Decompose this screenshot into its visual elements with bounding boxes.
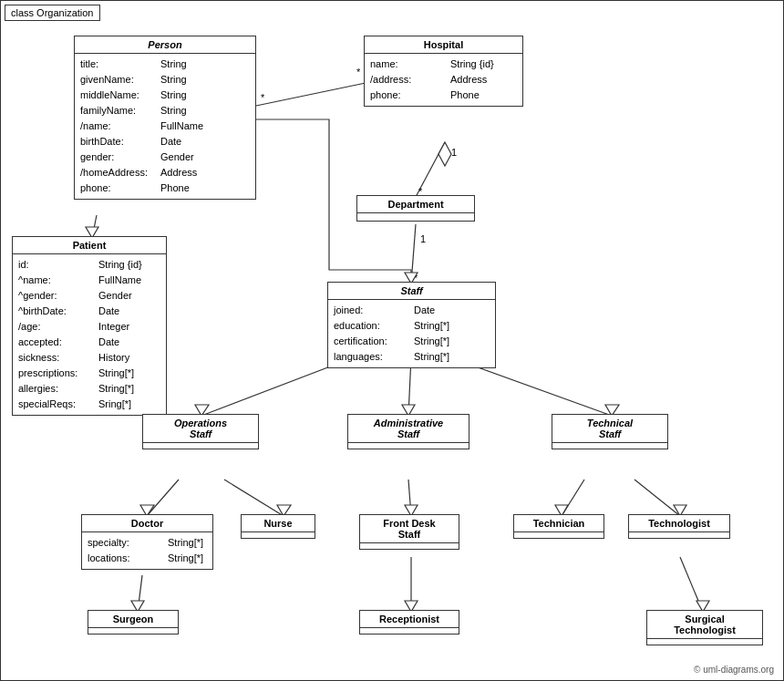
svg-marker-4: [438, 142, 451, 166]
class-technologist-body: [629, 532, 729, 538]
class-surgeon-name: Surgeon: [88, 611, 178, 628]
class-receptionist-body: [360, 628, 459, 634]
class-technologist-name: Technologist: [629, 515, 729, 532]
svg-line-25: [562, 480, 584, 516]
class-nurse-body: [242, 532, 315, 538]
svg-text:*: *: [261, 92, 265, 103]
class-technician: Technician: [513, 514, 604, 539]
class-patient-body: id:String {id} ^name:FullName ^gender:Ge…: [13, 254, 166, 415]
class-technical-staff-body: [552, 443, 667, 449]
class-hospital-name: Hospital: [365, 36, 522, 54]
class-nurse-name: Nurse: [242, 515, 315, 532]
svg-line-33: [680, 557, 703, 612]
class-admin-staff: AdministrativeStaff: [347, 414, 469, 449]
class-surgeon: Surgeon: [88, 610, 179, 635]
class-hospital: Hospital name:String {id} /address:Addre…: [364, 36, 523, 107]
class-front-desk: Front DeskStaff: [359, 514, 459, 550]
svg-line-29: [138, 575, 142, 612]
class-admin-staff-name: AdministrativeStaff: [348, 415, 469, 443]
diagram-container: class Organization * * 1 * 1 *: [0, 0, 784, 681]
class-technical-staff-name: TechnicalStaff: [552, 415, 667, 443]
class-staff-body: joined:Date education:String[*] certific…: [328, 300, 495, 367]
svg-line-10: [92, 215, 97, 238]
svg-line-23: [408, 480, 411, 516]
svg-line-19: [147, 480, 179, 516]
class-operations-staff-body: [143, 443, 258, 449]
diagram-title: class Organization: [5, 5, 100, 21]
class-surgical-technologist-body: [647, 639, 762, 645]
class-admin-staff-body: [348, 443, 469, 449]
class-person-name: Person: [75, 36, 255, 54]
class-front-desk-body: [360, 543, 459, 549]
svg-line-7: [411, 224, 416, 284]
class-person-body: title:String givenName:String middleName…: [75, 54, 255, 199]
class-doctor: Doctor specialty:String[*] locations:Str…: [81, 514, 213, 570]
class-technician-name: Technician: [514, 515, 603, 532]
svg-line-3: [416, 142, 445, 197]
svg-line-0: [256, 83, 366, 106]
class-staff: Staff joined:Date education:String[*] ce…: [327, 282, 496, 368]
class-surgical-technologist-name: SurgicalTechnologist: [647, 611, 762, 639]
class-department: Department: [356, 195, 475, 222]
svg-line-27: [634, 480, 680, 516]
class-surgical-technologist: SurgicalTechnologist: [646, 610, 763, 645]
class-technician-body: [514, 532, 603, 538]
class-hospital-body: name:String {id} /address:Address phone:…: [365, 54, 522, 106]
svg-text:*: *: [356, 67, 361, 77]
class-staff-name: Staff: [328, 283, 495, 300]
copyright: © uml-diagrams.org: [694, 665, 774, 675]
class-technologist: Technologist: [628, 514, 730, 539]
class-department-name: Department: [357, 196, 474, 213]
svg-text:1: 1: [420, 233, 426, 244]
class-receptionist-name: Receptionist: [360, 611, 459, 628]
class-operations-staff-name: OperationsStaff: [143, 415, 258, 443]
class-patient-name: Patient: [13, 237, 166, 254]
svg-line-21: [224, 480, 284, 516]
class-surgeon-body: [88, 628, 178, 634]
svg-text:1: 1: [451, 147, 457, 158]
class-front-desk-name: Front DeskStaff: [360, 515, 459, 543]
class-person: Person title:String givenName:String mid…: [74, 36, 256, 200]
class-nurse: Nurse: [241, 514, 315, 539]
class-doctor-name: Doctor: [82, 515, 212, 532]
class-technical-staff: TechnicalStaff: [552, 414, 668, 449]
class-patient: Patient id:String {id} ^name:FullName ^g…: [12, 236, 167, 416]
class-department-body: [357, 213, 474, 221]
class-operations-staff: OperationsStaff: [142, 414, 259, 449]
class-receptionist: Receptionist: [359, 610, 459, 635]
class-doctor-body: specialty:String[*] locations:String[*]: [82, 532, 212, 569]
